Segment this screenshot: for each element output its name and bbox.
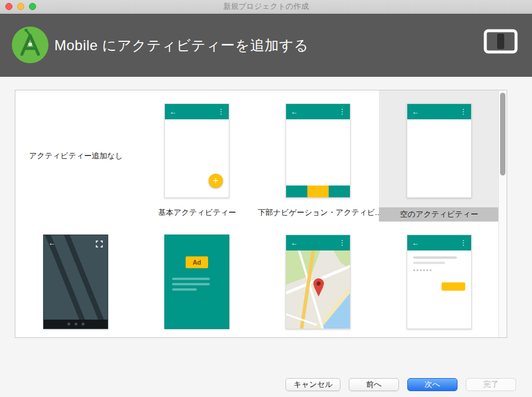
map-preview xyxy=(286,250,351,329)
back-arrow-icon: ← xyxy=(412,108,419,116)
titlebar[interactable]: 新規プロジェクトの作成 xyxy=(0,0,532,13)
empty-activity-thumbnail: ← ⋮ xyxy=(407,103,472,198)
wizard-footer: キャンセル 前へ 次へ 完了 xyxy=(286,378,516,391)
cancel-button[interactable]: キャンセル xyxy=(286,378,340,391)
overflow-menu-icon: ⋮ xyxy=(339,108,346,116)
fullscreen-icon xyxy=(96,239,103,246)
template-option-empty-activity-selected[interactable]: ← ⋮ 空のアクティビティー xyxy=(379,90,499,222)
android-studio-logo-icon xyxy=(12,27,48,63)
new-project-dialog: 新規プロジェクトの作成 Mobile にアクティビティーを追加する アクティビ xyxy=(0,0,532,397)
nav-button-icon xyxy=(74,323,77,326)
overflow-menu-icon: ⋮ xyxy=(339,239,346,247)
device-nav-bar xyxy=(44,320,108,328)
template-option-admob-ads-activity[interactable]: Ad xyxy=(137,222,258,338)
page-title: Mobile にアクティビティーを追加する xyxy=(54,36,309,55)
template-label: アクティビティー追加なし xyxy=(15,151,137,161)
bottom-nav-bar xyxy=(286,186,350,197)
thumb-appbar: ← ⋮ xyxy=(407,104,471,119)
overflow-menu-icon: ⋮ xyxy=(460,108,467,116)
next-button[interactable]: 次へ xyxy=(407,378,458,391)
template-label: 下部ナビゲーション・アクティビ... xyxy=(258,206,379,219)
content-line xyxy=(413,262,445,264)
scrollbar-thumb[interactable] xyxy=(500,93,505,175)
mobile-device-icon xyxy=(484,29,518,54)
nav-button-icon xyxy=(82,323,85,326)
overflow-menu-icon: ⋮ xyxy=(218,108,225,116)
template-option-google-maps-activity[interactable]: ← ⋮ xyxy=(258,222,379,338)
content-line xyxy=(413,256,457,259)
back-arrow-icon: ← xyxy=(412,239,419,247)
activity-gallery: アクティビティー追加なし ← ⋮ + 基本アクティビティー ← ⋮ xyxy=(15,90,507,338)
content-line xyxy=(172,288,197,291)
previous-button[interactable]: 前へ xyxy=(349,378,399,391)
thumb-appbar: ← ⋮ xyxy=(165,104,229,119)
content-line xyxy=(172,283,210,285)
template-option-login-activity[interactable]: ← ⋮ •••••• xyxy=(379,222,499,338)
maps-activity-thumbnail: ← ⋮ xyxy=(286,235,351,329)
gallery-scrollbar[interactable] xyxy=(498,90,507,337)
login-activity-thumbnail: ← ⋮ •••••• xyxy=(407,235,472,329)
template-option-fullscreen-activity[interactable]: ← xyxy=(15,222,137,338)
overflow-menu-icon: ⋮ xyxy=(460,239,467,247)
bottom-navigation-thumbnail: ← ⋮ xyxy=(286,103,351,198)
template-option-no-activity[interactable]: アクティビティー追加なし xyxy=(15,90,137,222)
window-title: 新規プロジェクトの作成 xyxy=(0,0,532,13)
thumb-appbar: ← ⋮ xyxy=(407,235,471,250)
submit-button-shape xyxy=(442,282,465,291)
template-label: 空のアクティビティー xyxy=(379,207,499,222)
password-dots: •••••• xyxy=(413,267,433,274)
back-arrow-icon: ← xyxy=(170,108,177,116)
content-line xyxy=(172,278,210,280)
nav-button-icon xyxy=(67,323,70,326)
wizard-header: Mobile にアクティビティーを追加する xyxy=(0,14,532,77)
back-arrow-icon: ← xyxy=(291,108,298,116)
bottom-nav-segment-active xyxy=(307,186,329,197)
finish-button[interactable]: 完了 xyxy=(466,378,516,391)
template-option-basic-activity[interactable]: ← ⋮ + 基本アクティビティー xyxy=(137,90,258,222)
ad-banner: Ad xyxy=(186,256,208,268)
back-arrow-icon: ← xyxy=(291,239,298,247)
thumb-appbar: ← ⋮ xyxy=(286,235,350,250)
basic-activity-thumbnail: ← ⋮ + xyxy=(164,103,229,198)
fullscreen-activity-thumbnail: ← xyxy=(43,235,108,329)
back-arrow-icon: ← xyxy=(48,239,56,247)
bottom-nav-segment xyxy=(329,186,350,197)
thumb-appbar: ← ⋮ xyxy=(286,104,350,119)
admob-activity-thumbnail: Ad xyxy=(164,235,229,329)
template-option-bottom-navigation-activity[interactable]: ← ⋮ 下部ナビゲーション・アクティビ... xyxy=(258,90,379,222)
fab-icon: + xyxy=(209,174,223,188)
template-label: 基本アクティビティー xyxy=(137,206,258,219)
bottom-nav-segment xyxy=(286,186,307,197)
